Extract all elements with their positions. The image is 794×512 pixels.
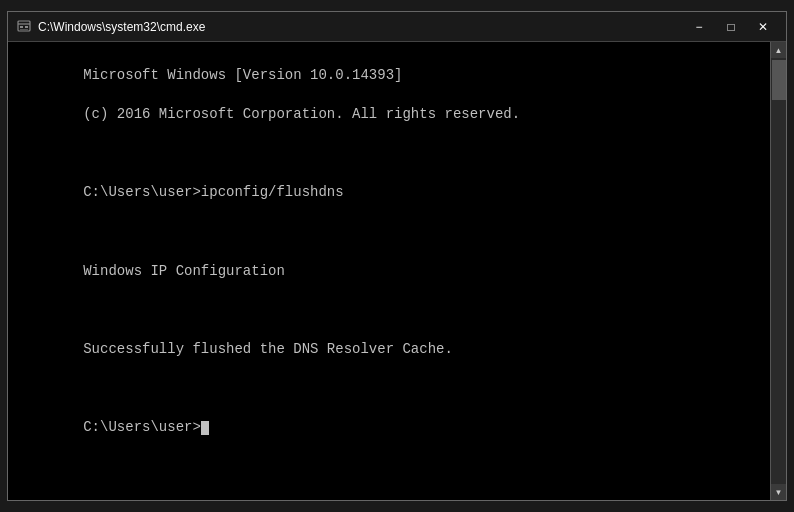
- svg-rect-2: [20, 26, 23, 28]
- terminal-output: Microsoft Windows [Version 10.0.14393] (…: [16, 46, 762, 457]
- close-button[interactable]: ✕: [748, 17, 778, 37]
- cursor: [201, 421, 209, 435]
- line-2: (c) 2016 Microsoft Corporation. All righ…: [83, 106, 520, 122]
- line-6: Windows IP Configuration: [83, 263, 285, 279]
- line-1: Microsoft Windows [Version 10.0.14393]: [83, 67, 402, 83]
- window-body: Microsoft Windows [Version 10.0.14393] (…: [8, 42, 786, 500]
- line-4: C:\Users\user>ipconfig/flushdns: [83, 184, 343, 200]
- line-8: Successfully flushed the DNS Resolver Ca…: [83, 341, 453, 357]
- terminal-content[interactable]: Microsoft Windows [Version 10.0.14393] (…: [8, 42, 770, 500]
- window-controls: − □ ✕: [684, 17, 778, 37]
- title-bar: C:\Windows\system32\cmd.exe − □ ✕: [8, 12, 786, 42]
- maximize-button[interactable]: □: [716, 17, 746, 37]
- svg-rect-4: [20, 29, 28, 30]
- minimize-button[interactable]: −: [684, 17, 714, 37]
- scrollbar-track: [771, 58, 786, 484]
- scrollbar[interactable]: ▲ ▼: [770, 42, 786, 500]
- cmd-window: C:\Windows\system32\cmd.exe − □ ✕ Micros…: [7, 11, 787, 501]
- window-title: C:\Windows\system32\cmd.exe: [38, 20, 684, 34]
- scroll-up-button[interactable]: ▲: [771, 42, 787, 58]
- window-icon: [16, 19, 32, 35]
- svg-rect-3: [25, 26, 28, 28]
- scrollbar-thumb[interactable]: [772, 60, 786, 100]
- line-10: C:\Users\user>: [83, 419, 201, 435]
- scroll-down-button[interactable]: ▼: [771, 484, 787, 500]
